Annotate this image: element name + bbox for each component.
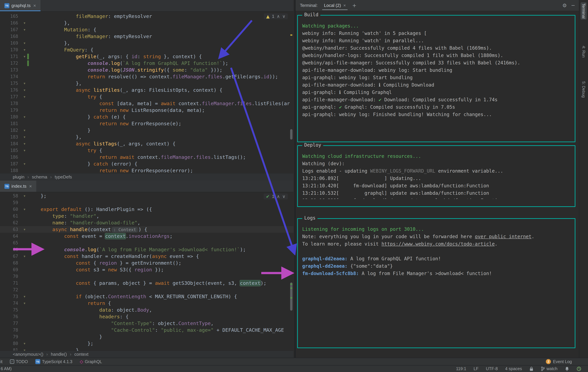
scrollbar-thumb[interactable] bbox=[290, 282, 293, 311]
close-tab-icon[interactable]: × bbox=[33, 3, 36, 8]
code-line-168[interactable]: 168 fileManager: emptyResolver bbox=[0, 33, 294, 40]
line-number[interactable]: 59 bbox=[0, 199, 20, 206]
prev-problem-icon[interactable]: ∧ bbox=[277, 194, 280, 199]
terminal-settings-gear-icon[interactable]: ⚙ bbox=[562, 2, 567, 8]
new-terminal-session-icon[interactable]: + bbox=[352, 2, 357, 8]
tool-button-typescript[interactable]: TS TypeScript 4.1.3 bbox=[35, 359, 72, 364]
tool-button-graphql[interactable]: ◇ GraphQL bbox=[80, 359, 102, 364]
code-line-177[interactable]: 177▾ try { bbox=[0, 93, 294, 100]
code-line-183[interactable]: 183▾ }, bbox=[0, 134, 294, 140]
logs-log-output[interactable]: Listening for incoming logs on port 3010… bbox=[298, 219, 575, 340]
fold-marker-icon[interactable]: ▾ bbox=[20, 113, 30, 120]
next-problem-icon[interactable]: ∨ bbox=[282, 194, 285, 199]
close-tab-icon[interactable]: × bbox=[29, 184, 32, 189]
code-editor-index[interactable]: 58▾};5960▾export default (): HandlerPlug… bbox=[0, 192, 294, 351]
tool-button-todo[interactable]: ✓ TODO bbox=[10, 359, 28, 364]
breadcrumb-item[interactable]: <anonymous>() bbox=[13, 352, 43, 357]
fold-marker-icon[interactable]: ▾ bbox=[20, 40, 30, 46]
line-number[interactable]: 77 bbox=[0, 320, 20, 327]
fold-marker-icon[interactable]: ▾ bbox=[20, 26, 30, 33]
code-line-169[interactable]: 169▾ }, bbox=[0, 40, 294, 46]
code-line-58[interactable]: 58▾}; bbox=[0, 192, 294, 199]
line-number[interactable]: 166 bbox=[0, 20, 20, 26]
line-number[interactable]: 177 bbox=[0, 93, 20, 100]
line-number[interactable]: 64 bbox=[0, 233, 20, 240]
breadcrumb-item[interactable]: typeDefs bbox=[55, 174, 72, 180]
line-separator[interactable]: LF bbox=[474, 366, 479, 371]
line-number[interactable]: 61 bbox=[0, 213, 20, 219]
fold-marker-icon[interactable]: ▾ bbox=[20, 93, 30, 100]
code-line-59[interactable]: 59 bbox=[0, 199, 294, 206]
line-number[interactable]: 76 bbox=[0, 313, 20, 320]
git-branch-widget[interactable]: watch bbox=[541, 366, 557, 371]
code-line-179[interactable]: 179 return new ListResponse(data, meta); bbox=[0, 107, 294, 113]
code-line-67[interactable]: 67▾ const handler = createHandler(async … bbox=[0, 253, 294, 260]
code-line-78[interactable]: 78 "Cache-Control": "public, max-age=" +… bbox=[0, 327, 294, 333]
fold-marker-icon[interactable]: ▾ bbox=[20, 253, 30, 260]
code-line-165[interactable]: 165 fileManager: emptyResolver bbox=[0, 13, 294, 20]
code-line-79[interactable]: 79 } bbox=[0, 333, 294, 340]
line-number[interactable]: 65 bbox=[0, 240, 20, 246]
line-number[interactable]: 66 bbox=[0, 246, 20, 253]
code-line-184[interactable]: 184▾ async listTags(_, args, context) { bbox=[0, 140, 294, 147]
code-line-172[interactable]: 172 console.log(`A log from GraphQL API … bbox=[0, 60, 294, 67]
line-number[interactable]: 173 bbox=[0, 67, 20, 73]
line-number[interactable]: 169 bbox=[0, 40, 20, 46]
code-line-65[interactable]: 65 bbox=[0, 240, 294, 246]
scrollbar-warning-mark[interactable] bbox=[290, 34, 292, 36]
line-number[interactable]: 62 bbox=[0, 219, 20, 226]
caret-position[interactable]: 119:1 bbox=[456, 366, 466, 371]
fold-marker-icon[interactable]: ▾ bbox=[20, 226, 30, 233]
fold-marker-icon[interactable]: ▾ bbox=[20, 20, 30, 26]
fold-marker-icon[interactable]: ▾ bbox=[20, 161, 30, 167]
fold-marker-icon[interactable]: ▾ bbox=[20, 87, 30, 93]
line-number[interactable]: 68 bbox=[0, 260, 20, 266]
breadcrumb-item[interactable]: plugin bbox=[13, 174, 24, 180]
tab-graphql-ts[interactable]: TS graphql.ts × bbox=[0, 0, 41, 11]
line-number[interactable]: 180 bbox=[0, 113, 20, 120]
code-line-63[interactable]: 63▾ async handle(context: Context) { bbox=[0, 226, 294, 233]
line-number[interactable]: 168 bbox=[0, 33, 20, 40]
line-number[interactable]: 185 bbox=[0, 147, 20, 154]
fold-marker-icon[interactable]: ▾ bbox=[20, 140, 30, 147]
line-number[interactable]: 187 bbox=[0, 161, 20, 167]
code-line-60[interactable]: 60▾export default (): HandlerPlugin => (… bbox=[0, 206, 294, 213]
line-number[interactable]: 73 bbox=[0, 293, 20, 300]
fold-marker-icon[interactable]: ▾ bbox=[20, 53, 30, 60]
code-line-62[interactable]: 62 name: "handler-download-file", bbox=[0, 219, 294, 226]
code-line-187[interactable]: 187▾ } catch (error) { bbox=[0, 161, 294, 167]
line-number[interactable]: 186 bbox=[0, 154, 20, 161]
fold-marker-icon[interactable]: ▾ bbox=[20, 147, 30, 154]
code-line-171[interactable]: 171▾ getFile(_, args: { id: string }, co… bbox=[0, 53, 294, 60]
code-line-66[interactable]: 66 console.log(`A log from File Manager'… bbox=[0, 246, 294, 253]
inspections-widget-top[interactable]: ▲ 1 ∧ ∨ bbox=[264, 13, 288, 19]
build-log-output[interactable]: Watching packages...webiny info: Running… bbox=[298, 16, 575, 134]
code-line-180[interactable]: 180▾ } catch (e) { bbox=[0, 113, 294, 120]
code-line-70[interactable]: 70 bbox=[0, 273, 294, 280]
tool-button-git[interactable]: it bbox=[0, 359, 2, 364]
line-number[interactable]: 170 bbox=[0, 46, 20, 53]
fold-marker-icon[interactable]: ▾ bbox=[20, 293, 30, 300]
close-terminal-tab-icon[interactable]: × bbox=[343, 3, 346, 8]
scrollbar-change-mark[interactable] bbox=[290, 297, 292, 299]
line-number[interactable]: 75 bbox=[0, 307, 20, 313]
fold-marker-icon[interactable]: ▾ bbox=[20, 340, 30, 347]
fold-marker-icon[interactable]: ▾ bbox=[20, 127, 30, 134]
code-line-181[interactable]: 181 return new ErrorResponse(e); bbox=[0, 120, 294, 127]
breadcrumb-item[interactable]: schema bbox=[32, 174, 47, 180]
code-line-61[interactable]: 61 type: "handler", bbox=[0, 213, 294, 219]
scrollbar-thumb[interactable] bbox=[290, 129, 293, 140]
line-number[interactable]: 74 bbox=[0, 300, 20, 307]
code-line-173[interactable]: 173 console.log(JSON.stringify({ some: "… bbox=[0, 67, 294, 73]
code-line-64[interactable]: 64 const event = context.invocationArgs; bbox=[0, 233, 294, 240]
line-number[interactable]: 172 bbox=[0, 60, 20, 67]
line-number[interactable]: 175 bbox=[0, 80, 20, 87]
terminal-tab-local[interactable]: Local (2) × bbox=[322, 1, 347, 10]
file-encoding[interactable]: UTF-8 bbox=[486, 366, 498, 371]
code-line-69[interactable]: 69 const s3 = new S3({ region }); bbox=[0, 266, 294, 273]
line-number[interactable]: 69 bbox=[0, 266, 20, 273]
line-number[interactable]: 72 bbox=[0, 286, 20, 293]
code-line-75[interactable]: 75 data: object.Body, bbox=[0, 307, 294, 313]
line-number[interactable]: 71 bbox=[0, 280, 20, 286]
code-editor-graphql[interactable]: 165 fileManager: emptyResolver166▾ },167… bbox=[0, 11, 294, 175]
